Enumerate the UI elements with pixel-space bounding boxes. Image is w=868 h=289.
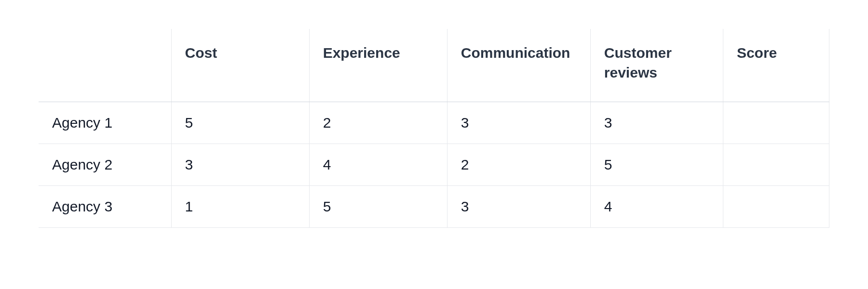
table-header-row: Cost Experience Communication Customer r… [39, 29, 829, 102]
row-label: Agency 2 [39, 144, 171, 186]
comparison-table: Cost Experience Communication Customer r… [39, 29, 829, 228]
table-row: Agency 1 5 2 3 3 [39, 102, 829, 144]
table-container: Cost Experience Communication Customer r… [0, 0, 868, 228]
table-row: Agency 3 1 5 3 4 [39, 186, 829, 228]
header-communication: Communication [447, 29, 590, 102]
cell-communication: 3 [447, 102, 590, 144]
header-reviews: Customer reviews [590, 29, 723, 102]
cell-experience: 5 [309, 186, 447, 228]
cell-experience: 2 [309, 102, 447, 144]
cell-experience: 4 [309, 144, 447, 186]
cell-cost: 5 [171, 102, 309, 144]
cell-reviews: 5 [590, 144, 723, 186]
cell-score [723, 144, 829, 186]
cell-score [723, 186, 829, 228]
header-experience: Experience [309, 29, 447, 102]
cell-score [723, 102, 829, 144]
table-header: Cost Experience Communication Customer r… [39, 29, 829, 102]
cell-communication: 2 [447, 144, 590, 186]
table-row: Agency 2 3 4 2 5 [39, 144, 829, 186]
header-score: Score [723, 29, 829, 102]
header-blank [39, 29, 171, 102]
cell-communication: 3 [447, 186, 590, 228]
row-label: Agency 1 [39, 102, 171, 144]
row-label: Agency 3 [39, 186, 171, 228]
cell-cost: 3 [171, 144, 309, 186]
table-body: Agency 1 5 2 3 3 Agency 2 3 4 2 5 Agency… [39, 102, 829, 228]
cell-reviews: 4 [590, 186, 723, 228]
header-cost: Cost [171, 29, 309, 102]
cell-reviews: 3 [590, 102, 723, 144]
cell-cost: 1 [171, 186, 309, 228]
